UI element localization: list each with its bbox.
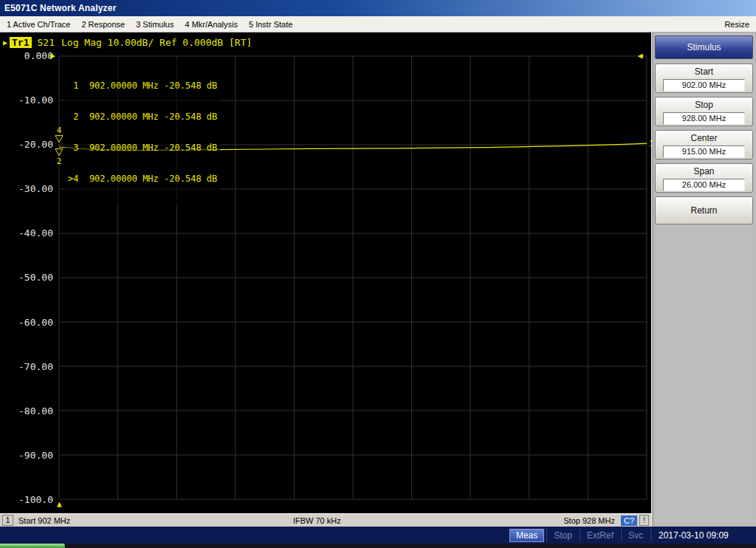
y-axis-label: -100.0: [18, 494, 53, 505]
menu-instr-state[interactable]: 5 Instr State: [249, 20, 292, 29]
marker-readout: 1 902.00000 MHz -20.548 dB 2 902.00000 M…: [65, 59, 220, 205]
softkey-return[interactable]: Return: [655, 196, 753, 225]
softkey-return-label: Return: [690, 205, 717, 216]
marker-readout-row: >4 902.00000 MHz -20.548 dB: [68, 174, 217, 184]
y-axis-label: -90.00: [18, 450, 53, 461]
softkey-span-value: 26.000 MHz: [663, 179, 745, 191]
menu-bar: 1 Active Ch/Trace 2 Response 3 Stimulus …: [0, 16, 756, 32]
menu-stimulus[interactable]: 3 Stimulus: [136, 20, 173, 29]
channel-start-freq: Start 902 MHz: [18, 516, 70, 525]
softkey-span[interactable]: Span 26.000 MHz: [655, 163, 753, 193]
active-trace-arrow-icon: ▶: [3, 38, 7, 47]
softkey-menu-title: Stimulus: [655, 35, 753, 59]
menu-active-ch-trace[interactable]: 1 Active Ch/Trace: [7, 20, 70, 29]
softkey-start[interactable]: Start 902.00 MHz: [655, 64, 753, 93]
sweep-stop-status: Stop: [549, 530, 577, 541]
softkey-stop-value: 928.00 MHz: [663, 112, 745, 125]
softkey-start-label: Start: [656, 66, 752, 77]
channel-stop-freq: Stop 928 MHz: [563, 516, 615, 525]
warning-indicator: !: [639, 515, 649, 526]
menu-resize[interactable]: Resize: [724, 20, 749, 29]
y-axis-label: -70.00: [18, 361, 53, 372]
channel-ifbw: IFBW 70 kHz: [293, 516, 341, 525]
channel-number-badge: 1: [2, 515, 13, 526]
extref-status: ExtRef: [582, 530, 619, 541]
channel-status-bar: 1 Start 902 MHz IFBW 70 kHz Stop 928 MHz…: [0, 513, 651, 527]
status-separator: [620, 529, 622, 541]
windows-taskbar: [0, 544, 756, 548]
softkey-span-label: Span: [656, 166, 752, 177]
status-separator: [650, 529, 651, 541]
trace-format-text: Log Mag 10.00dB/ Ref 0.000dB [RT]: [61, 37, 252, 48]
window-titlebar[interactable]: E5071C Network Analyzer: [0, 0, 756, 16]
status-separator: [546, 529, 547, 541]
softkey-center-value: 915.00 MHz: [663, 145, 745, 158]
sweep-start-arrow-icon: ▲: [57, 500, 62, 508]
softkey-panel: Stimulus Start 902.00 MHz Stop 928.00 MH…: [651, 32, 756, 527]
instrument-status-bar: Meas Stop ExtRef Svc 2017-03-10 09:09: [0, 527, 756, 544]
y-axis-label: 0.000: [24, 50, 53, 61]
svg-text:4: 4: [57, 126, 62, 135]
y-axis-label: -30.00: [18, 183, 53, 194]
y-axis-label: -40.00: [18, 227, 53, 239]
svg-text:2: 2: [57, 157, 62, 166]
ref-level-arrow-right-icon: ◀: [638, 52, 643, 60]
y-axis-labels: 0.000 -10.00 -20.00 -30.00 -40.00 -50.00…: [0, 50, 53, 505]
trace-header: ▶ Tr1 S21 Log Mag 10.00dB/ Ref 0.000dB […: [3, 37, 252, 48]
y-axis-label: -20.00: [18, 139, 53, 150]
datetime-display: 2017-03-10 09:09: [653, 530, 755, 541]
softkey-start-value: 902.00 MHz: [663, 79, 745, 92]
e5071c-application-window: E5071C Network Analyzer 1 Active Ch/Trac…: [0, 0, 756, 548]
marker-readout-row: 1 902.00000 MHz -20.548 dB: [68, 81, 217, 91]
marker-readout-row: 2 902.00000 MHz -20.548 dB: [68, 112, 217, 122]
measurement-display: ▶ Tr1 S21 Log Mag 10.00dB/ Ref 0.000dB […: [0, 32, 651, 513]
softkey-stop-label: Stop: [656, 100, 752, 110]
trace-measurement: S21: [38, 37, 55, 48]
window-title: E5071C Network Analyzer: [4, 3, 117, 13]
y-axis-label: -80.00: [18, 405, 53, 417]
y-axis-label: -10.00: [18, 95, 53, 106]
trace-label[interactable]: Tr1: [10, 37, 31, 48]
menu-mkr-analysis[interactable]: 4 Mkr/Analysis: [185, 20, 238, 29]
correction-status-badge: C?: [621, 516, 637, 526]
meas-status-badge: Meas: [509, 529, 544, 542]
y-axis-label: -60.00: [18, 317, 53, 328]
ref-level-arrow-left-icon: ▶: [50, 52, 55, 60]
softkey-center[interactable]: Center 915.00 MHz: [655, 130, 753, 160]
svc-status: Svc: [623, 530, 648, 541]
status-separator: [579, 529, 580, 541]
menu-response[interactable]: 2 Response: [81, 20, 125, 29]
marker-readout-row: 3 902.00000 MHz -20.548 dB: [68, 143, 217, 153]
y-axis-label: -50.00: [18, 272, 53, 283]
softkey-stop[interactable]: Stop 928.00 MHz: [655, 97, 753, 126]
softkey-center-label: Center: [656, 133, 752, 143]
windows-start-button[interactable]: [0, 544, 65, 548]
